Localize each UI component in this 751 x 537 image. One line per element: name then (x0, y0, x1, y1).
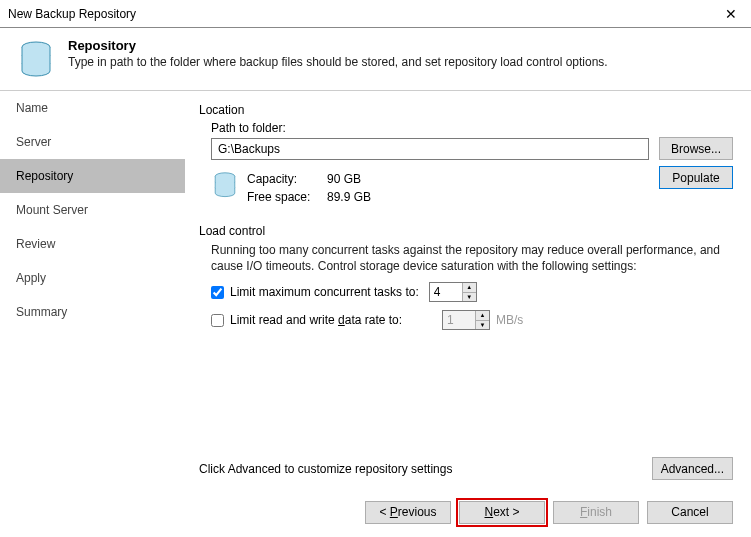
content-panel: Location Path to folder: Browse... (185, 91, 751, 488)
location-section-label: Location (199, 103, 733, 117)
limit-tasks-checkbox[interactable] (211, 286, 224, 299)
header: Repository Type in path to the folder wh… (0, 28, 751, 91)
previous-button[interactable]: < Previous (365, 501, 451, 524)
load-description: Running too many concurrent tasks agains… (211, 242, 733, 274)
advanced-button[interactable]: Advanced... (652, 457, 733, 480)
browse-button[interactable]: Browse... (659, 137, 733, 160)
spinner-down-icon[interactable]: ▼ (463, 293, 476, 302)
limit-tasks-value[interactable] (430, 283, 462, 301)
window-title: New Backup Repository (8, 7, 136, 21)
advanced-hint: Click Advanced to customize repository s… (199, 462, 452, 476)
sidebar: Name Server Repository Mount Server Revi… (0, 91, 185, 488)
freespace-label: Free space: (247, 188, 319, 206)
disk-icon (211, 170, 239, 198)
capacity-label: Capacity: (247, 170, 319, 188)
freespace-value: 89.9 GB (327, 188, 371, 206)
sidebar-item-apply[interactable]: Apply (0, 261, 185, 295)
cancel-button[interactable]: Cancel (647, 501, 733, 524)
limit-rate-unit: MB/s (496, 313, 523, 327)
limit-rate-value (443, 311, 475, 329)
limit-tasks-label: Limit maximum concurrent tasks to: (230, 285, 419, 299)
page-title: Repository (68, 38, 608, 53)
spinner-down-icon: ▼ (476, 321, 489, 330)
sidebar-item-review[interactable]: Review (0, 227, 185, 261)
sidebar-item-repository[interactable]: Repository (0, 159, 185, 193)
finish-button: Finish (553, 501, 639, 524)
limit-rate-label: Limit read and write data rate to: (230, 313, 432, 327)
footer: < Previous Next > Finish Cancel (0, 488, 751, 536)
titlebar: New Backup Repository ✕ (0, 0, 751, 28)
path-input[interactable] (211, 138, 649, 160)
sidebar-item-server[interactable]: Server (0, 125, 185, 159)
path-label: Path to folder: (211, 121, 733, 135)
next-button[interactable]: Next > (459, 501, 545, 524)
populate-button[interactable]: Populate (659, 166, 733, 189)
page-description: Type in path to the folder where backup … (68, 55, 608, 69)
limit-tasks-spinner[interactable]: ▲▼ (429, 282, 477, 302)
sidebar-item-name[interactable]: Name (0, 91, 185, 125)
spinner-up-icon: ▲ (476, 311, 489, 321)
close-icon[interactable]: ✕ (719, 6, 743, 22)
limit-rate-checkbox[interactable] (211, 314, 224, 327)
sidebar-item-summary[interactable]: Summary (0, 295, 185, 329)
limit-rate-spinner: ▲▼ (442, 310, 490, 330)
capacity-value: 90 GB (327, 170, 361, 188)
repository-icon (16, 38, 56, 78)
sidebar-item-mount-server[interactable]: Mount Server (0, 193, 185, 227)
load-section-label: Load control (199, 224, 733, 238)
spinner-up-icon[interactable]: ▲ (463, 283, 476, 293)
